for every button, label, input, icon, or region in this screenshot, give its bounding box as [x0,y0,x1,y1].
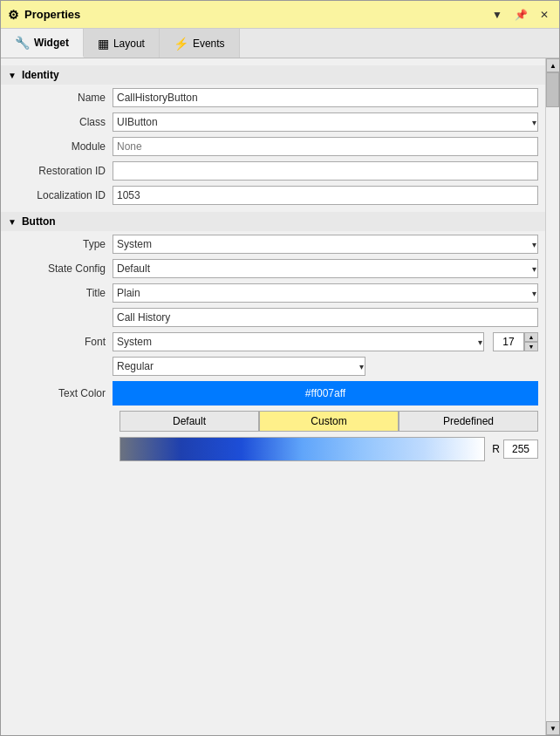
title-select[interactable]: Plain Attributed [113,283,538,303]
tabs-bar: 🔧 Widget ▦ Layout ⚡ Events [1,29,559,58]
font-size-wrapper: ▲ ▼ [493,332,538,351]
font-label: Font [8,336,113,348]
restoration-id-input[interactable] [113,161,538,181]
events-tab-icon: ⚡ [174,37,188,51]
predefined-color-button[interactable]: Predefined [399,411,538,432]
color-swatch[interactable]: #ff007aff [113,381,538,405]
properties-window: ⚙ Properties ▼ 📌 ✕ 🔧 Widget ▦ Layout ⚡ E… [0,0,560,736]
tab-events-label: Events [193,37,225,50]
color-buttons-row: Default Custom Predefined [120,411,538,432]
font-size-spin: ▲ ▼ [524,332,538,351]
state-config-label: State Config [8,262,113,275]
title-text-input[interactable] [113,308,538,327]
title-label: Title [8,287,113,299]
font-style-select[interactable]: Regular Bold Italic [113,357,365,376]
title-bar-left: ⚙ Properties [8,8,80,22]
main-panel: ▼ Identity Name Class UIButton ▾ [1,58,545,735]
title-type-row: Title Plain Attributed ▾ [8,283,538,303]
type-row: Type System Custom ▾ [8,235,538,254]
custom-color-button[interactable]: Custom [259,411,399,432]
tab-layout-label: Layout [113,37,145,50]
identity-section-label: Identity [22,69,59,81]
class-select[interactable]: UIButton [113,112,538,132]
font-style-select-wrapper: Regular Bold Italic ▾ [113,357,365,376]
default-color-button[interactable]: Default [120,411,259,432]
scroll-down-button[interactable]: ▼ [546,721,559,735]
identity-section-header[interactable]: ▼ Identity [1,65,545,85]
class-select-wrapper: UIButton ▾ [113,112,538,132]
identity-section: Name Class UIButton ▾ Module [1,88,545,205]
properties-icon: ⚙ [8,8,19,22]
dropdown-button[interactable]: ▼ [488,7,506,23]
r-value-input[interactable] [503,440,538,459]
state-config-select-wrapper: Default Highlighted Disabled ▾ [113,259,538,278]
font-style-row: Regular Bold Italic ▾ [8,357,538,376]
close-button[interactable]: ✕ [536,7,552,23]
name-label: Name [8,92,113,104]
restoration-id-label: Restoration ID [8,165,113,177]
class-label: Class [8,116,113,128]
color-value: #ff007aff [305,387,345,399]
name-row: Name [8,88,538,107]
type-label: Type [8,238,113,250]
title-select-wrapper: Plain Attributed ▾ [113,283,538,303]
button-arrow: ▼ [8,217,17,227]
button-section-header[interactable]: ▼ Button [1,212,545,231]
type-select-wrapper: System Custom ▾ [113,235,538,254]
tab-events[interactable]: ⚡ Events [160,29,240,58]
name-input[interactable] [113,88,538,107]
widget-tab-icon: 🔧 [15,36,30,50]
localization-id-label: Localization ID [8,189,113,201]
localization-id-row: Localization ID [8,186,538,205]
scroll-thumb[interactable] [546,72,559,107]
tab-layout[interactable]: ▦ Layout [84,29,160,58]
font-controls: System System Bold Custom ▾ ▲ ▼ [113,332,538,351]
title-bar-controls: ▼ 📌 ✕ [488,7,552,23]
state-config-row: State Config Default Highlighted Disable… [8,259,538,278]
window-title: Properties [24,8,80,21]
identity-arrow: ▼ [8,71,17,80]
font-size-down[interactable]: ▼ [524,342,538,351]
tab-widget-label: Widget [34,37,69,49]
title-text-row [8,308,538,327]
restoration-id-row: Restoration ID [8,161,538,181]
type-select[interactable]: System Custom [113,235,538,254]
gradient-row: R [120,437,538,461]
tab-widget[interactable]: 🔧 Widget [1,29,84,58]
button-section: Type System Custom ▾ State Config De [1,235,545,461]
module-row: Module [8,137,538,156]
module-input[interactable] [113,137,538,156]
scroll-track [546,72,559,721]
font-select[interactable]: System System Bold Custom [113,332,484,351]
content-area: ▼ Identity Name Class UIButton ▾ [1,58,559,735]
r-label: R [492,443,500,455]
layout-tab-icon: ▦ [98,37,109,51]
font-select-wrapper: System System Bold Custom ▾ [113,332,484,351]
gradient-bar[interactable] [120,437,485,461]
text-color-label: Text Color [8,387,113,399]
button-section-label: Button [22,215,56,228]
module-label: Module [8,140,113,153]
localization-id-input[interactable] [113,186,538,205]
scrollbar: ▲ ▼ [545,58,559,735]
scroll-up-button[interactable]: ▲ [546,58,559,72]
font-size-input[interactable] [493,332,524,351]
class-row: Class UIButton ▾ [8,112,538,132]
pin-button[interactable]: 📌 [511,7,531,23]
font-row: Font System System Bold Custom ▾ [8,332,538,351]
title-bar: ⚙ Properties ▼ 📌 ✕ [1,1,559,29]
text-color-row: Text Color #ff007aff [8,381,538,405]
state-config-select[interactable]: Default Highlighted Disabled [113,259,538,278]
font-size-up[interactable]: ▲ [524,332,538,342]
